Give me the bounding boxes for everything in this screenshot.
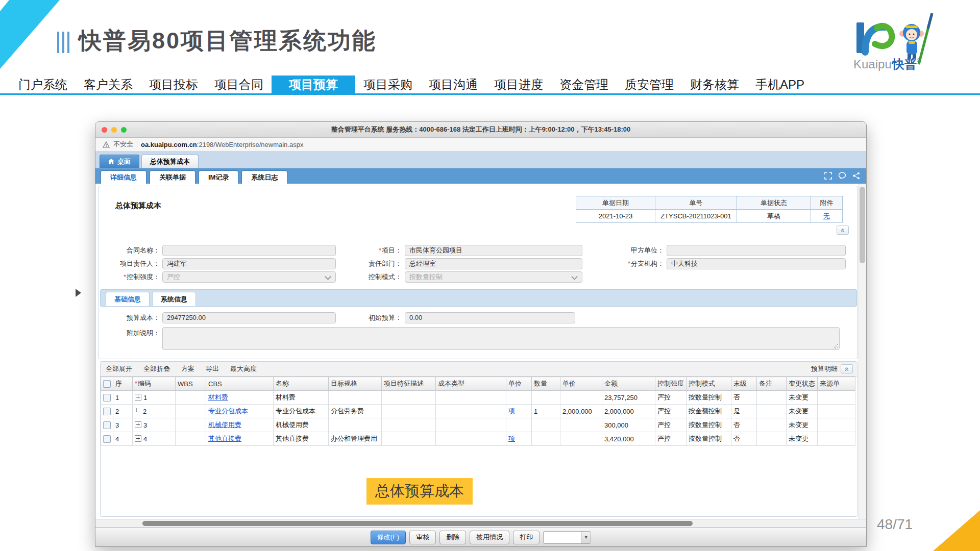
required-mark: *	[135, 380, 137, 387]
cell-unit	[506, 418, 532, 432]
cell-strength: 严控	[655, 432, 687, 446]
row-checkbox[interactable]	[103, 421, 111, 429]
cell-leaf: 是	[731, 405, 757, 418]
footer-button[interactable]: 删除	[439, 531, 466, 544]
cbs-link[interactable]: 机械使用费	[208, 421, 241, 429]
field-label: 预算成本：	[95, 312, 160, 323]
share-icon[interactable]	[852, 172, 860, 180]
doc-info-table: 单据日期 单号 单据状态 附件 2021-10-23 ZTYSCB-202110…	[576, 196, 843, 223]
collapse-chip[interactable]	[837, 226, 849, 235]
control-mode-select[interactable]: 按数量控制	[405, 271, 582, 283]
footer-button[interactable]: 审核	[409, 531, 436, 544]
cell-mode: 按金额控制	[687, 405, 731, 418]
contract-name-field[interactable]	[162, 245, 336, 256]
toolbar-item[interactable]: 导出	[206, 364, 219, 373]
field-label: 项目责任人：	[95, 258, 160, 269]
note-textarea[interactable]	[162, 327, 840, 350]
branch-field[interactable]: 中天科技	[667, 258, 846, 269]
row-checkbox[interactable]	[103, 408, 111, 415]
nav-item[interactable]: 项目沟通	[421, 76, 486, 93]
close-button[interactable]	[102, 127, 107, 133]
cell-cost-type	[436, 432, 506, 446]
nav-item[interactable]: 项目预算	[272, 76, 355, 93]
window-tab[interactable]: 总体预算成本	[141, 155, 199, 168]
grid-toolbar: 全部展开全部折叠方案导出最大高度 预算明细	[101, 362, 857, 377]
column-header: 序	[113, 377, 133, 391]
header-checkbox[interactable]	[103, 380, 111, 388]
nav-item[interactable]: 项目进度	[486, 76, 551, 93]
expand-icon[interactable]	[135, 394, 141, 400]
detail-tab[interactable]: 关联单据	[150, 170, 195, 184]
expand-icon[interactable]	[135, 421, 141, 428]
cell-source	[818, 405, 855, 418]
cell-checkbox	[101, 432, 113, 446]
chat-icon[interactable]	[838, 172, 846, 180]
cbs-link[interactable]: 专业分包成本	[208, 407, 248, 415]
nav-item[interactable]: 质安管理	[617, 76, 682, 93]
department-field[interactable]: 总经理室	[405, 258, 582, 269]
row-checkbox[interactable]	[103, 435, 111, 443]
cell-wbs	[176, 405, 206, 418]
unit-link[interactable]: 项	[508, 407, 515, 415]
column-header: 末级	[731, 377, 757, 391]
column-header: 金额	[602, 377, 655, 391]
cell-source	[818, 391, 855, 405]
vertical-scrollbar	[859, 184, 866, 519]
cbs-link[interactable]: 其他直接费	[208, 435, 241, 442]
expand-icon[interactable]	[135, 435, 141, 442]
owner-unit-field[interactable]	[667, 245, 846, 256]
minimize-button[interactable]	[111, 127, 117, 133]
field-label: 初始预算：	[330, 312, 402, 323]
initial-budget-field[interactable]: 0.00	[405, 312, 575, 323]
divider	[137, 141, 137, 148]
column-header: 名称	[274, 377, 329, 391]
cbs-link[interactable]: 材料费	[208, 393, 228, 401]
toolbar-item[interactable]: 全部展开	[106, 364, 132, 373]
dropdown-arrow-icon[interactable]: ▼	[581, 532, 591, 543]
detail-tab[interactable]: 详细信息	[101, 170, 146, 184]
h-scrollbar-thumb[interactable]	[142, 521, 693, 526]
nav-item[interactable]: 项目投标	[141, 76, 206, 93]
cell-wbs	[176, 432, 206, 446]
print-template-dropdown[interactable]: ▼	[543, 531, 591, 544]
collapse-chip[interactable]	[841, 364, 853, 373]
nav-item[interactable]: 资金管理	[551, 76, 617, 93]
cell-strength: 严控	[655, 418, 687, 432]
detail-tab[interactable]: 系统日志	[241, 170, 287, 184]
address-bar[interactable]: 不安全 oa.kuaipu.com.cn:2198/WebEnterprise/…	[95, 138, 866, 152]
row-checkbox[interactable]	[103, 394, 111, 402]
detail-tab[interactable]: IM记录	[199, 170, 238, 184]
resize-handle[interactable]	[832, 343, 838, 348]
window-tab[interactable]: 桌面	[100, 155, 139, 168]
cell-seq: 2	[113, 405, 133, 418]
cell-name: 其他直接费	[274, 432, 329, 446]
attachment-link[interactable]: 无	[823, 212, 830, 220]
project-manager-field[interactable]: 冯建军	[162, 258, 336, 269]
project-field[interactable]: 市民体育公园项目	[405, 245, 582, 256]
nav-item[interactable]: 财务核算	[682, 76, 747, 93]
toolbar-item[interactable]: 全部折叠	[143, 364, 170, 373]
footer-button[interactable]: 被用情况	[470, 531, 509, 544]
section-tab-basic[interactable]: 基础信息	[106, 292, 150, 306]
footer-button[interactable]: 打印	[513, 531, 540, 544]
zoom-button[interactable]	[121, 127, 127, 133]
nav-item[interactable]: 手机APP	[747, 76, 813, 93]
fullscreen-icon[interactable]	[824, 172, 832, 180]
toolbar-item[interactable]: 最大高度	[230, 364, 257, 373]
nav-item[interactable]: 客户关系	[76, 76, 141, 93]
nav-item[interactable]: 项目采购	[355, 76, 421, 93]
v-scrollbar-thumb[interactable]	[860, 187, 865, 263]
nav-item[interactable]: 项目合同	[206, 76, 272, 93]
cell-qty	[532, 418, 560, 432]
nav-item[interactable]: 门户系统	[10, 76, 76, 93]
unit-link[interactable]: 项	[508, 435, 515, 442]
budget-cost-field[interactable]: 29477250.00	[162, 312, 336, 323]
footer-button[interactable]: 修改(E)	[371, 531, 406, 544]
control-strength-select[interactable]: 严控	[162, 271, 336, 283]
window-tab-bar: 桌面总体预算成本	[95, 152, 866, 168]
cell-price	[560, 391, 602, 405]
toolbar-item[interactable]: 方案	[181, 364, 194, 373]
section-tab-system[interactable]: 系统信息	[152, 292, 196, 306]
cell-feature	[382, 405, 436, 418]
cell-spec	[329, 418, 382, 432]
